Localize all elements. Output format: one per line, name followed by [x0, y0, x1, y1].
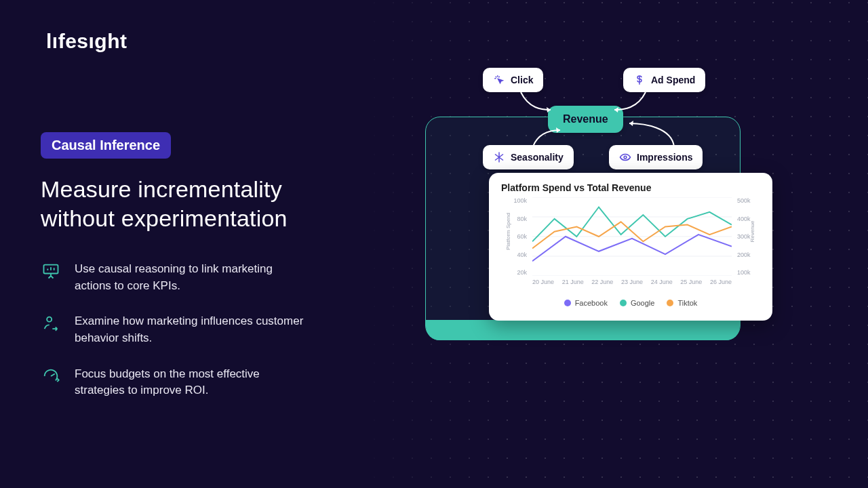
gauge-icon — [41, 366, 61, 386]
legend-label: Tiktok — [677, 299, 697, 307]
node-label: Click — [511, 75, 533, 85]
y-left-tick: 60k — [508, 233, 527, 240]
node-impressions: Impressions — [609, 145, 703, 169]
legend-label: Facebook — [575, 299, 608, 307]
svg-point-1 — [47, 317, 52, 322]
legend-item-facebook: Facebook — [564, 299, 608, 307]
x-tick: 23 June — [621, 279, 643, 285]
x-tick: 22 June — [591, 279, 613, 285]
panel-accent-bar — [426, 320, 740, 340]
node-label: Impressions — [637, 152, 692, 163]
node-click: Click — [483, 68, 543, 92]
category-badge: Causal Inference — [41, 132, 171, 159]
bullet-item: Examine how marketing influences custome… — [41, 313, 366, 346]
node-label: Seasonality — [511, 152, 564, 163]
y-right-tick: 200k — [737, 251, 756, 258]
node-revenue: Revenue — [548, 106, 623, 133]
y-right-tick: 400k — [737, 216, 756, 222]
bullet-text: Focus budgets on the most effective stra… — [75, 366, 305, 399]
chart-gridlines — [532, 197, 732, 276]
y-right-tick: 500k — [737, 197, 756, 204]
bullet-item: Focus budgets on the most effective stra… — [41, 366, 366, 399]
y-right-tick: 300k — [737, 233, 756, 240]
x-tick: 26 June — [710, 279, 732, 285]
user-flow-icon — [41, 313, 61, 333]
snowflake-icon — [493, 151, 505, 163]
eye-icon — [619, 151, 631, 163]
node-seasonality: Seasonality — [483, 145, 574, 169]
presentation-icon — [41, 261, 61, 281]
headline-line-2: without experimentation — [41, 205, 288, 231]
x-tick: 24 June — [651, 279, 673, 285]
bullet-text: Examine how marketing influences custome… — [75, 313, 305, 346]
legend-label: Google — [631, 299, 654, 307]
x-tick: 21 June — [562, 279, 584, 285]
chart-area: Platform Spend Revenue 100k 80k 60k 40k … — [501, 197, 760, 296]
node-label: Revenue — [563, 113, 608, 125]
chart-plot — [532, 197, 732, 276]
dollar-icon — [633, 74, 646, 86]
x-tick: 20 June — [532, 279, 554, 285]
y-right-tick: 100k — [737, 269, 756, 276]
node-adspend: Ad Spend — [623, 68, 705, 92]
click-icon — [493, 74, 505, 86]
bullet-list: Use causal reasoning to link marketing a… — [41, 261, 366, 399]
y-right-ticks: 500k 400k 300k 200k 100k — [737, 197, 756, 276]
legend-swatch-icon — [620, 300, 627, 306]
headline: Measure incrementality without experimen… — [41, 175, 366, 232]
chart-card: Platform Spend vs Total Revenue Platform… — [489, 173, 772, 321]
y-left-tick: 20k — [508, 269, 527, 276]
legend-item-google: Google — [620, 299, 654, 307]
brand-logo: lıfesıght — [46, 30, 127, 53]
chart-legend: Facebook Google Tiktok — [501, 299, 760, 307]
bullet-text: Use causal reasoning to link marketing a… — [75, 261, 305, 294]
node-label: Ad Spend — [651, 75, 695, 85]
y-left-tick: 100k — [508, 197, 527, 204]
legend-item-tiktok: Tiktok — [667, 299, 697, 307]
legend-swatch-icon — [564, 300, 571, 306]
series-facebook — [532, 235, 732, 261]
hero-copy: Causal Inference Measure incrementality … — [41, 132, 366, 418]
brand-name: lıfesıght — [46, 30, 127, 52]
x-tick: 25 June — [680, 279, 702, 285]
y-left-tick: 40k — [508, 251, 527, 258]
legend-swatch-icon — [667, 300, 673, 306]
x-axis-ticks: 20 June 21 June 22 June 23 June 24 June … — [532, 279, 732, 285]
chart-title: Platform Spend vs Total Revenue — [501, 182, 760, 193]
headline-line-1: Measure incrementality — [41, 176, 282, 202]
bullet-item: Use causal reasoning to link marketing a… — [41, 261, 366, 294]
svg-point-2 — [624, 156, 627, 159]
y-left-tick: 80k — [508, 216, 527, 222]
y-left-ticks: 100k 80k 60k 40k 20k — [508, 197, 527, 276]
